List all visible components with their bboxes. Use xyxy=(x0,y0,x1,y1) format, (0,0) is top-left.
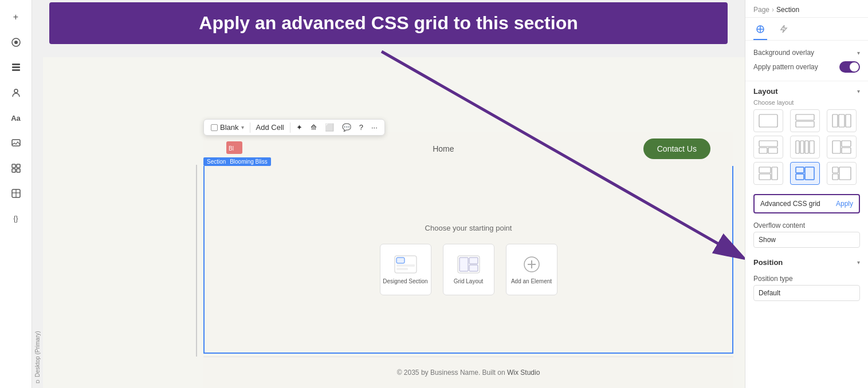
choose-text: Choose your starting point xyxy=(425,224,512,232)
svg-rect-19 xyxy=(396,268,408,270)
designed-section-label: Designed Section xyxy=(383,278,427,284)
help-button[interactable]: ? xyxy=(357,122,366,133)
site-nav: Home xyxy=(433,144,454,154)
site-logo: Bl xyxy=(226,141,243,157)
svg-rect-3 xyxy=(12,66,20,68)
layout-option-2row-h[interactable] xyxy=(753,136,783,159)
tab-lightning[interactable] xyxy=(776,21,790,40)
add-cell-label: Add Cell xyxy=(256,123,284,132)
panel-breadcrumb: Page › Section xyxy=(745,0,868,18)
layout-option-mixed2[interactable] xyxy=(827,162,857,185)
layout-option-3col[interactable] xyxy=(827,109,857,132)
add-icon[interactable]: + xyxy=(6,7,26,27)
breadcrumb-separator: › xyxy=(772,6,774,14)
grid-layout-card[interactable]: Grid Layout xyxy=(443,244,494,295)
designed-section-card[interactable]: Designed Section xyxy=(380,244,431,295)
canvas-wrapper: D Desktop (Primary) Blank ▾ Add Cell ✦ ⟰… xyxy=(32,57,745,388)
layout-option-split-l[interactable] xyxy=(753,162,783,185)
add-element-icon xyxy=(520,254,543,275)
device-label: D Desktop (Primary) xyxy=(32,57,43,388)
svg-rect-8 xyxy=(17,164,20,168)
svg-rect-33 xyxy=(839,114,845,127)
svg-rect-35 xyxy=(759,141,777,147)
layout-option-1col[interactable] xyxy=(753,109,783,132)
add-cell-button[interactable]: Add Cell xyxy=(254,122,286,133)
blank-checkbox-box xyxy=(211,124,218,131)
move-button[interactable]: ⟰ xyxy=(308,122,319,133)
overflow-section: Overflow content Show xyxy=(745,217,868,252)
svg-rect-18 xyxy=(396,264,415,267)
breadcrumb-page[interactable]: Page xyxy=(753,6,769,14)
svg-rect-49 xyxy=(805,167,814,180)
position-title: Position xyxy=(753,258,783,267)
layout-option-css-grid[interactable] xyxy=(790,162,820,185)
starting-point-cards: Designed Section Grid Layout xyxy=(380,244,557,295)
svg-rect-2 xyxy=(12,64,20,65)
overflow-label: Overflow content xyxy=(753,221,860,229)
svg-rect-40 xyxy=(805,141,808,153)
sparkle-button[interactable]: ✦ xyxy=(294,122,305,133)
background-overlay-dropdown[interactable]: ▾ xyxy=(857,50,860,56)
svg-rect-50 xyxy=(796,174,804,180)
layout-option-mixed1[interactable] xyxy=(827,136,857,159)
comment-button[interactable]: 💬 xyxy=(340,122,354,133)
background-overlay-row: Background overlay ▾ xyxy=(753,46,860,59)
toolbar-separator-1 xyxy=(250,122,250,133)
breadcrumb-section: Section xyxy=(776,6,799,14)
position-select[interactable]: Default xyxy=(753,285,860,301)
svg-rect-37 xyxy=(768,148,777,153)
media-icon[interactable] xyxy=(6,133,26,153)
apply-pattern-row: Apply pattern overlay xyxy=(753,59,860,75)
page-canvas: Blank ▾ Add Cell ✦ ⟰ ⬜ 💬 ? ··· Bl xyxy=(43,57,745,388)
choose-layout-label: Choose layout xyxy=(745,99,868,109)
people-icon[interactable] xyxy=(6,82,26,103)
svg-rect-41 xyxy=(810,141,814,153)
layout-option-2col-h[interactable] xyxy=(790,109,820,132)
layout-option-4col[interactable] xyxy=(790,136,820,159)
position-collapse-icon[interactable]: ▾ xyxy=(857,259,860,266)
editor-toolbar: Blank ▾ Add Cell ✦ ⟰ ⬜ 💬 ? ··· xyxy=(203,119,385,136)
svg-text:Bl: Bl xyxy=(229,145,234,152)
svg-rect-42 xyxy=(832,141,840,153)
grid-icon[interactable] xyxy=(6,158,26,179)
add-element-card[interactable]: Add an Element xyxy=(506,244,557,295)
svg-point-1 xyxy=(14,41,18,44)
contact-us-button[interactable]: Contact Us xyxy=(643,138,710,159)
apply-button[interactable]: Apply xyxy=(836,200,853,208)
svg-rect-48 xyxy=(796,167,804,173)
pages-icon[interactable] xyxy=(6,57,26,78)
svg-rect-51 xyxy=(832,167,838,173)
table-icon[interactable] xyxy=(6,183,26,204)
svg-rect-47 xyxy=(772,167,777,180)
fonts-icon[interactable]: Aa xyxy=(6,108,26,128)
svg-rect-4 xyxy=(12,69,20,71)
advanced-css-label: Advanced CSS grid xyxy=(760,200,820,208)
svg-rect-30 xyxy=(796,114,814,120)
more-button[interactable]: ··· xyxy=(369,122,380,133)
add-element-label: Add an Element xyxy=(511,278,552,284)
stretch-button[interactable]: ⬜ xyxy=(323,122,336,133)
layout-grid xyxy=(745,109,868,191)
layout-collapse-icon[interactable]: ▾ xyxy=(857,88,860,94)
svg-rect-46 xyxy=(759,174,771,180)
nav-home[interactable]: Home xyxy=(433,144,454,153)
background-overlay-label: Background overlay xyxy=(753,49,814,57)
blank-checkbox[interactable]: Blank ▾ xyxy=(209,122,246,133)
site-footer: © 2035 by Business Name. Built on Wix St… xyxy=(203,357,733,388)
position-section-header: Position ▾ xyxy=(745,252,868,270)
svg-rect-23 xyxy=(469,265,478,271)
svg-rect-10 xyxy=(17,169,20,172)
editor-area: Apply an advanced CSS grid to this secti… xyxy=(32,0,745,388)
code-icon[interactable]: {} xyxy=(6,208,26,229)
right-panel: Page › Section Background overlay ▾ Appl… xyxy=(745,0,868,388)
footer-link[interactable]: Wix Studio xyxy=(507,369,540,377)
svg-rect-52 xyxy=(839,167,851,180)
pattern-overlay-toggle[interactable] xyxy=(839,61,860,73)
tab-style[interactable] xyxy=(753,21,767,40)
svg-rect-31 xyxy=(796,121,814,127)
layers-icon[interactable] xyxy=(6,32,26,53)
svg-rect-17 xyxy=(396,258,404,263)
position-section: Position type Default xyxy=(745,270,868,306)
layout-title: Layout xyxy=(753,87,778,96)
overflow-select[interactable]: Show xyxy=(753,232,860,248)
